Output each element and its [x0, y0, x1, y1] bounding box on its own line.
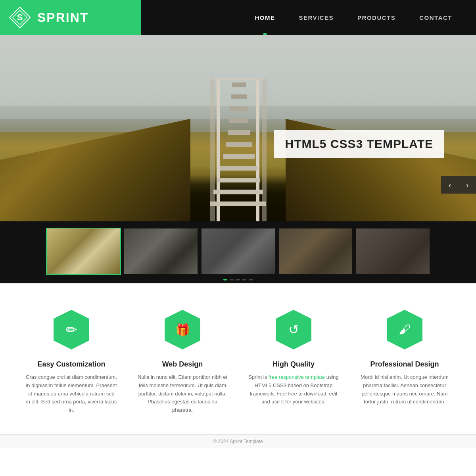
hero-grass-left — [0, 119, 190, 222]
history-icon: ↺ — [288, 322, 299, 337]
svg-rect-8 — [220, 166, 257, 171]
feature-title-1: Easy Customization — [26, 360, 117, 369]
features-section: ✏ Easy Customization Cras congue orci at… — [0, 283, 476, 434]
feature-hex-3: ↺ — [274, 308, 313, 351]
feature-hex-1: ✏ — [52, 308, 91, 351]
svg-rect-11 — [228, 130, 250, 135]
thumbnail-5[interactable] — [356, 228, 430, 274]
hero-background — [0, 35, 476, 221]
feature-link[interactable]: free responsive template — [269, 374, 325, 380]
svg-text:S: S — [17, 12, 23, 22]
hero-label: HTML5 CSS3 TEMPLATE — [274, 130, 444, 158]
svg-rect-7 — [217, 178, 260, 182]
header: S SPRINT HOME SERVICES PRODUCTS CONTACT — [0, 0, 476, 35]
pencil-icon: ✏ — [66, 322, 77, 338]
feature-title-4: Professional Design — [359, 360, 450, 369]
dot-2 — [230, 279, 234, 280]
svg-rect-17 — [262, 79, 267, 221]
hero-section: HTML5 CSS3 TEMPLATE ‹ › — [0, 35, 476, 221]
thumbnail-4[interactable] — [279, 228, 352, 274]
dot-3 — [236, 279, 240, 280]
feature-high-quality: ↺ High Quality Sprint is free responsive… — [248, 308, 339, 406]
logo-area: S SPRINT — [0, 0, 141, 35]
svg-rect-12 — [229, 118, 248, 123]
thumbnail-3[interactable] — [202, 228, 275, 274]
feature-desc-1: Cras congue orci at diam condimentum, in… — [26, 373, 117, 415]
svg-rect-16 — [210, 79, 215, 221]
hero-next-btn[interactable]: › — [459, 176, 476, 194]
logo-diamond: S — [8, 6, 32, 29]
svg-rect-5 — [210, 202, 266, 206]
main-nav: HOME SERVICES PRODUCTS CONTACT — [141, 0, 476, 35]
feature-hex-2: 🎁 — [163, 308, 202, 351]
dot-5 — [249, 279, 253, 280]
hero-controls: ‹ › — [441, 176, 476, 194]
svg-rect-6 — [213, 190, 263, 194]
feature-desc-3: Sprint is free responsive template using… — [248, 373, 339, 406]
thumbnail-2[interactable] — [124, 228, 198, 274]
nav-services[interactable]: SERVICES — [287, 0, 346, 35]
feature-desc-4: Morbi id nisi enim. Ut congue interdum p… — [359, 373, 450, 406]
logo-name: SPRINT — [37, 10, 88, 25]
nav-home[interactable]: HOME — [243, 0, 287, 35]
feature-easy-customization: ✏ Easy Customization Cras congue orci at… — [26, 308, 117, 415]
feature-hex-4: 🖌 — [385, 308, 424, 351]
dot-1 — [223, 279, 227, 280]
feature-desc-2: Nulla in nunc elit. Etiam porttitor nibh… — [137, 373, 228, 415]
hero-prev-btn[interactable]: ‹ — [441, 176, 459, 194]
gift-icon: 🎁 — [175, 323, 190, 337]
thumbnail-strip — [0, 221, 476, 283]
feature-title-2: Web Design — [137, 360, 228, 369]
svg-rect-9 — [223, 154, 255, 159]
thumbnail-1[interactable] — [47, 228, 120, 274]
paintbrush-icon: 🖌 — [399, 323, 411, 336]
svg-rect-13 — [230, 106, 248, 111]
svg-rect-14 — [231, 94, 247, 99]
nav-products[interactable]: PRODUCTS — [345, 0, 407, 35]
feature-title-3: High Quality — [248, 360, 339, 369]
dot-4 — [242, 279, 246, 280]
svg-rect-15 — [232, 83, 246, 87]
feature-web-design: 🎁 Web Design Nulla in nunc elit. Etiam p… — [137, 308, 228, 415]
strip-dots — [223, 279, 253, 280]
nav-contact[interactable]: CONTACT — [407, 0, 464, 35]
footer-text: © 2024 Sprint Template — [213, 439, 263, 444]
feature-professional-design: 🖌 Professional Design Morbi id nisi enim… — [359, 308, 450, 406]
svg-rect-10 — [226, 142, 252, 147]
footer: © 2024 Sprint Template — [0, 434, 476, 448]
